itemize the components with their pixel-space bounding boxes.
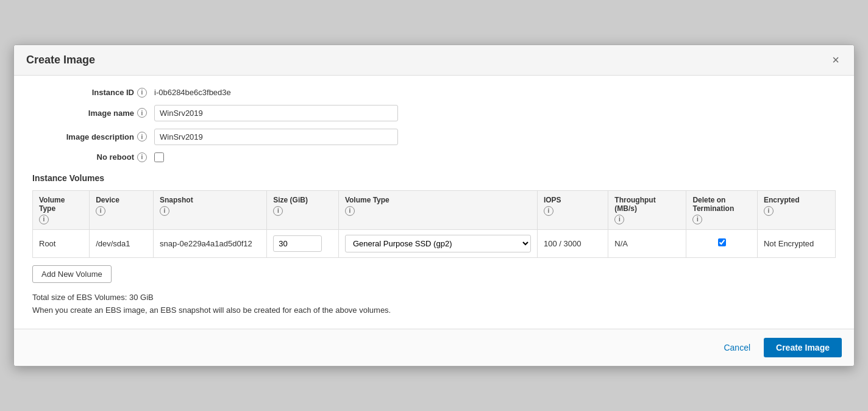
close-button[interactable]: × xyxy=(830,54,842,66)
no-reboot-checkbox[interactable] xyxy=(154,152,164,162)
instance-id-value: i-0b6284be6c3fbed3e xyxy=(154,88,231,97)
form-section: Instance ID i i-0b6284be6c3fbed3e Image … xyxy=(32,88,836,162)
instance-id-row: Instance ID i i-0b6284be6c3fbed3e xyxy=(32,88,836,98)
col-header-throughput: Throughput (MB/s) i xyxy=(608,190,686,229)
image-description-row: Image description i xyxy=(32,129,836,145)
volumes-table: Volume Type i Device i S xyxy=(32,190,836,258)
delete-on-termination-col-info-icon: i xyxy=(692,215,702,224)
create-image-dialog: Create Image × Instance ID i i-0b6284be6… xyxy=(13,45,855,367)
size-input[interactable] xyxy=(273,235,322,252)
col-header-iops: IOPS i xyxy=(537,190,608,229)
instance-id-info-icon: i xyxy=(137,88,147,98)
encrypted-col-info-icon: i xyxy=(764,206,774,216)
add-new-volume-button[interactable]: Add New Volume xyxy=(32,265,112,283)
volumes-section-title: Instance Volumes xyxy=(32,173,836,183)
row-delete-on-termination[interactable] xyxy=(686,229,757,257)
dialog-body: Instance ID i i-0b6284be6c3fbed3e Image … xyxy=(14,76,854,329)
col-header-snapshot: Snapshot i xyxy=(153,190,266,229)
info-text-line1: Total size of EBS Volumes: 30 GiB xyxy=(32,291,836,304)
cancel-button[interactable]: Cancel xyxy=(717,339,756,356)
col-header-device: Device i xyxy=(90,190,154,229)
row-vol-type[interactable]: General Purpose SSD (gp2) General Purpos… xyxy=(338,229,537,257)
dialog-footer: Cancel Create Image xyxy=(14,329,854,366)
create-image-button[interactable]: Create Image xyxy=(764,338,842,357)
image-name-info-icon: i xyxy=(137,108,147,118)
image-description-info-icon: i xyxy=(137,132,147,141)
image-name-row: Image name i xyxy=(32,105,836,121)
no-reboot-info-icon: i xyxy=(137,152,147,162)
dialog-title: Create Image xyxy=(26,54,95,66)
image-description-label: Image description i xyxy=(32,132,154,141)
size-col-info-icon: i xyxy=(273,206,283,216)
vol-type-col-info-icon: i xyxy=(345,206,355,216)
col-header-delete-on-termination: Delete on Termination i xyxy=(686,190,757,229)
image-name-input[interactable] xyxy=(154,105,398,121)
no-reboot-row: No reboot i xyxy=(32,152,836,162)
device-col-info-icon: i xyxy=(96,206,105,216)
image-name-label: Image name i xyxy=(32,108,154,118)
col-header-size: Size (GiB) i xyxy=(267,190,339,229)
info-text: Total size of EBS Volumes: 30 GiB When y… xyxy=(32,291,836,317)
row-iops: 100 / 3000 xyxy=(537,229,608,257)
volumes-section: Instance Volumes Volume Type i Device xyxy=(32,173,836,317)
throughput-col-info-icon: i xyxy=(614,215,624,224)
row-size[interactable] xyxy=(267,229,339,257)
row-device: /dev/sda1 xyxy=(90,229,154,257)
table-row: Root /dev/sda1 snap-0e229a4a1ad5d0f12 xyxy=(33,229,836,257)
row-throughput: N/A xyxy=(608,229,686,257)
vol-type-select[interactable]: General Purpose SSD (gp2) General Purpos… xyxy=(345,235,531,252)
delete-on-termination-checkbox[interactable] xyxy=(718,238,726,246)
col-header-vol-type: Volume Type i xyxy=(338,190,537,229)
instance-id-label: Instance ID i xyxy=(32,88,154,98)
col-header-encrypted: Encrypted i xyxy=(757,190,835,229)
no-reboot-label: No reboot i xyxy=(32,152,154,162)
row-encrypted: Not Encrypted xyxy=(757,229,835,257)
row-volume-type: Root xyxy=(33,229,90,257)
iops-col-info-icon: i xyxy=(544,206,553,216)
row-snapshot: snap-0e229a4a1ad5d0f12 xyxy=(153,229,266,257)
image-description-input[interactable] xyxy=(154,129,398,145)
dialog-header: Create Image × xyxy=(14,45,854,76)
snapshot-col-info-icon: i xyxy=(160,206,169,216)
col-header-volume-type: Volume Type i xyxy=(33,190,90,229)
volume-type-col-info-icon: i xyxy=(39,215,49,224)
info-text-line2: When you create an EBS image, an EBS sna… xyxy=(32,304,836,317)
